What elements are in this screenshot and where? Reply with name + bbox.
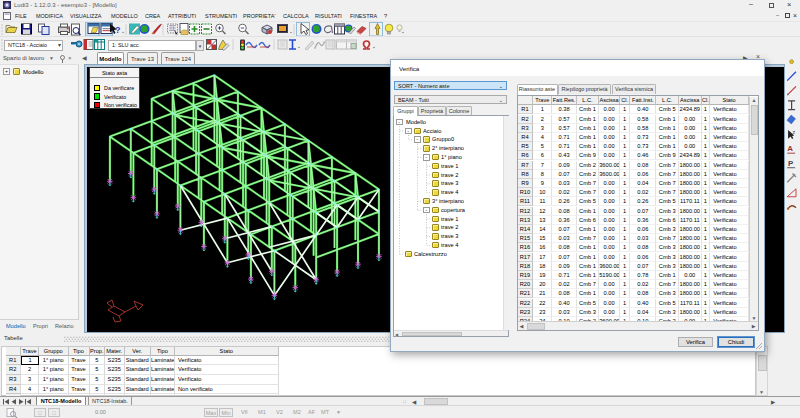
svg-text:z: z [792, 129, 795, 135]
svg-text:?: ? [115, 25, 121, 35]
svg-text:A: A [787, 144, 793, 153]
svg-text:P: P [788, 159, 793, 168]
